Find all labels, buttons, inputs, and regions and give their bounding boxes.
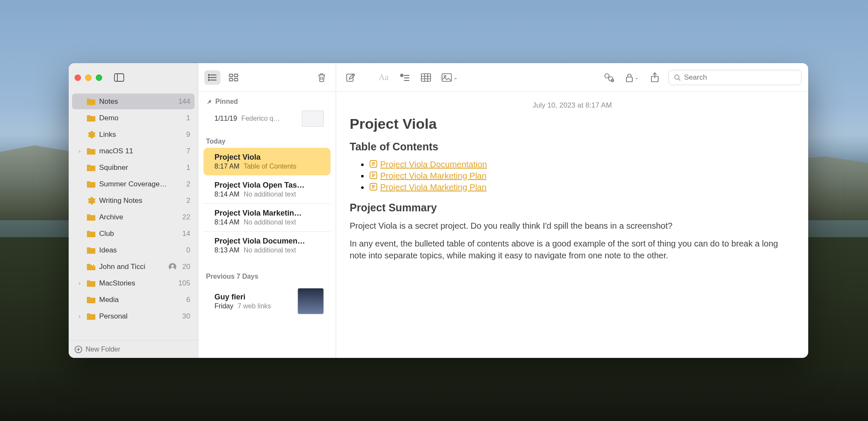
note-item-time: Friday (214, 302, 233, 310)
note-paragraph: Project Viola is a secret project. Do yo… (350, 220, 795, 232)
note-item[interactable]: Project Viola Documen… 8:13 AM No additi… (203, 231, 331, 259)
pin-icon (206, 99, 212, 105)
svg-rect-26 (421, 74, 431, 81)
sidebar-folder-macstories[interactable]: › MacStories 105 (72, 275, 195, 291)
svg-rect-18 (234, 78, 238, 81)
note-link[interactable]: Project Viola Marketing Plan (369, 183, 487, 192)
search-box[interactable] (668, 70, 801, 85)
sidebar-folder-squibner[interactable]: Squibner 1 (72, 160, 195, 175)
note-list-toolbar (198, 63, 336, 92)
fullscreen-window-button[interactable] (96, 75, 102, 81)
plus-circle-icon (75, 346, 82, 353)
previous-7-days-section-header: Previous 7 Days (203, 267, 331, 283)
folder-count: 9 (186, 130, 190, 139)
folder-name: Media (99, 296, 183, 304)
note-link[interactable]: Project Viola Documentation (369, 160, 487, 169)
note-item-time: 8:13 AM (214, 247, 239, 254)
pinned-section-header[interactable]: Pinned (203, 92, 331, 108)
sidebar-folder-demo[interactable]: Demo 1 (72, 110, 195, 126)
note-item[interactable]: Project Viola Marketin… 8:14 AM No addit… (203, 203, 331, 231)
sidebar-folder-macos-11[interactable]: › macOS 11 7 (72, 143, 195, 159)
list-view-button[interactable] (204, 70, 220, 85)
checklist-button[interactable] (397, 71, 412, 84)
note-icon (369, 160, 378, 168)
lock-note-button[interactable]: ⌄ (623, 71, 641, 84)
sidebar-folder-summer-coverage-[interactable]: Summer Coverage… 2 (72, 176, 195, 192)
text-format-button[interactable]: Aa (376, 71, 391, 84)
sidebar-folder-ideas[interactable]: Ideas 0 (72, 242, 195, 258)
table-button[interactable] (418, 71, 434, 84)
note-link[interactable]: Project Viola Marketing Plan (369, 171, 487, 180)
new-folder-button[interactable]: New Folder (69, 340, 198, 358)
sidebar-folder-personal[interactable]: › Personal 30 (72, 308, 195, 324)
folder-icon (86, 180, 96, 188)
note-body[interactable]: July 10, 2023 at 8:17 AM Project Viola T… (336, 92, 808, 358)
close-window-button[interactable] (75, 75, 81, 81)
svg-point-32 (444, 75, 446, 77)
note-title: Project Viola (350, 116, 795, 132)
folder-icon (86, 114, 96, 122)
new-note-button[interactable] (343, 71, 358, 84)
svg-point-13 (209, 77, 209, 78)
folder-name: Links (99, 130, 183, 139)
delete-note-button[interactable] (314, 70, 330, 85)
folder-icon (86, 230, 96, 238)
share-button[interactable] (647, 71, 662, 84)
note-item[interactable]: Project Viola Open Tas… 8:14 AM No addit… (203, 175, 331, 203)
gear-icon (86, 197, 96, 205)
sidebar-folder-archive[interactable]: Archive 22 (72, 209, 195, 225)
sidebar-folder-writing-notes[interactable]: Writing Notes 2 (72, 193, 195, 208)
note-item-snippet: 7 web links (237, 302, 271, 310)
sidebar-folder-notes[interactable]: Notes 144 (72, 94, 195, 109)
note-paragraph: In any event, the bulleted table of cont… (350, 238, 795, 261)
folder-count: 1 (186, 163, 190, 172)
svg-line-41 (679, 79, 680, 80)
media-button[interactable]: ⌄ (440, 71, 460, 84)
chevron-down-icon: ⌄ (634, 75, 639, 80)
folder-icon (86, 280, 96, 287)
folder-name: Ideas (99, 246, 183, 255)
gear-icon (86, 130, 96, 139)
note-editor: Aa ⌄ (336, 63, 808, 358)
note-item-title: Guy fieri (214, 293, 292, 302)
folder-name: John and Ticci (99, 263, 165, 271)
note-icon (369, 171, 378, 180)
folder-count: 30 (182, 312, 190, 321)
sidebar-folder-media[interactable]: Media 6 (72, 292, 195, 307)
toggle-sidebar-button[interactable] (112, 72, 126, 83)
gallery-view-button[interactable] (225, 70, 242, 85)
note-icon (369, 183, 378, 191)
minimize-window-button[interactable] (85, 75, 92, 81)
svg-point-12 (209, 74, 209, 75)
svg-point-5 (171, 265, 174, 267)
today-section-header: Today (203, 132, 331, 148)
folder-name: Archive (99, 213, 179, 222)
svg-point-40 (675, 75, 679, 79)
shared-indicator-icon (169, 263, 176, 271)
svg-rect-31 (442, 74, 451, 81)
search-icon (674, 74, 681, 81)
sidebar-folder-club[interactable]: Club 14 (72, 226, 195, 241)
folder-count: 105 (178, 279, 190, 288)
folder-name: Notes (99, 97, 175, 106)
folder-count: 2 (186, 180, 190, 188)
folder-name: Personal (99, 312, 179, 321)
window-controls (75, 75, 102, 81)
search-input[interactable] (684, 73, 796, 82)
folder-name: Writing Notes (99, 197, 183, 205)
pinned-note-item[interactable]: 1/11/19 Federico q… (203, 108, 331, 132)
summary-heading: Project Summary (350, 202, 795, 214)
folder-count: 144 (178, 97, 190, 106)
folder-count: 1 (186, 114, 190, 122)
editor-toolbar: Aa ⌄ (336, 63, 808, 92)
folder-icon (86, 213, 96, 221)
link-note-button[interactable] (601, 71, 617, 84)
chevron-right-icon: › (76, 148, 83, 154)
note-thumbnail (302, 111, 324, 127)
sidebar-folder-john-and-ticci[interactable]: John and Ticci 20 (72, 259, 195, 274)
notes-window: Notes 144 Demo 1 Links 9› macOS 11 7 Squ… (69, 63, 808, 358)
note-item[interactable]: Guy fieri Friday 7 web links (203, 283, 331, 319)
new-folder-label: New Folder (86, 346, 120, 353)
note-item[interactable]: Project Viola 8:17 AM Table of Contents (203, 148, 331, 175)
sidebar-folder-links[interactable]: Links 9 (72, 127, 195, 142)
